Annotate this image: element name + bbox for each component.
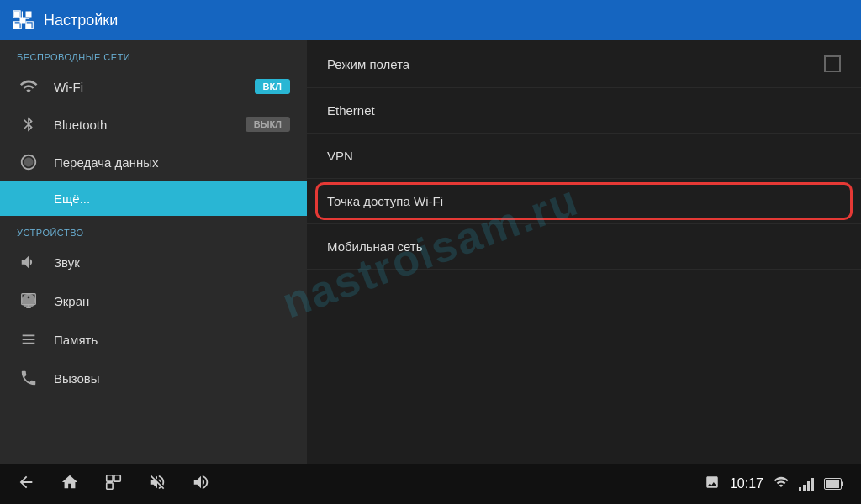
sidebar-item-data[interactable]: Передача данных: [0, 143, 307, 181]
section-header-device: УСТРОЙСТВО: [0, 216, 307, 243]
svg-rect-2: [114, 475, 120, 480]
wifi-label: Wi-Fi: [54, 80, 241, 94]
bottom-bar: 10:17: [0, 464, 861, 504]
flight-mode-label: Режим полета: [327, 57, 824, 71]
content-item-ethernet[interactable]: Ethernet: [307, 88, 861, 134]
sidebar-item-more[interactable]: Ещё...: [0, 181, 307, 216]
settings-icon: [10, 8, 35, 33]
wifi-icon: [17, 77, 40, 96]
mobile-network-label: Мобильная сеть: [327, 239, 841, 254]
memory-label: Память: [54, 333, 290, 347]
wifi-toggle[interactable]: ВКЛ: [255, 79, 290, 94]
bluetooth-icon: [17, 116, 40, 133]
vpn-label: VPN: [327, 149, 841, 163]
ethernet-label: Ethernet: [327, 103, 841, 118]
calls-icon: [17, 369, 40, 387]
volume-button[interactable]: [192, 473, 210, 496]
content-item-wifi-hotspot[interactable]: Точка доступа Wi-Fi: [307, 179, 861, 224]
top-bar: Настройки: [0, 0, 861, 40]
main-layout: БЕСПРОВОДНЫЕ СЕТИ Wi-Fi ВКЛ Bluetooth ВЫ…: [0, 40, 861, 464]
home-button[interactable]: [61, 473, 79, 496]
content-panel: Режим полета Ethernet VPN Точка доступа …: [307, 40, 861, 464]
battery-icon: [824, 478, 844, 490]
status-bar: 10:17: [705, 475, 844, 493]
wifi-status-icon: [774, 475, 789, 493]
svg-rect-3: [107, 482, 113, 488]
svg-rect-1: [107, 475, 113, 480]
nav-buttons: [17, 473, 210, 496]
screen-icon: [17, 291, 40, 310]
section-header-wireless: БЕСПРОВОДНЫЕ СЕТИ: [0, 40, 307, 67]
sound-label: Звук: [54, 255, 290, 270]
signal-icon: [799, 476, 814, 491]
sidebar-item-bluetooth[interactable]: Bluetooth ВЫКЛ: [0, 106, 307, 143]
memory-icon: [17, 330, 40, 349]
wifi-hotspot-label: Точка доступа Wi-Fi: [327, 194, 841, 208]
sidebar: БЕСПРОВОДНЫЕ СЕТИ Wi-Fi ВКЛ Bluetooth ВЫ…: [0, 40, 307, 464]
data-label: Передача данных: [54, 155, 290, 170]
recents-button[interactable]: [104, 473, 123, 496]
sidebar-item-wifi[interactable]: Wi-Fi ВКЛ: [0, 67, 307, 106]
flight-mode-checkbox[interactable]: [824, 55, 841, 72]
volume-mute-button[interactable]: [148, 473, 166, 496]
content-item-vpn[interactable]: VPN: [307, 134, 861, 179]
sidebar-item-memory[interactable]: Память: [0, 320, 307, 359]
bluetooth-label: Bluetooth: [54, 118, 232, 132]
content-item-mobile-network[interactable]: Мобильная сеть: [307, 224, 861, 270]
gallery-icon: [705, 475, 720, 493]
screen-label: Экран: [54, 294, 290, 308]
svg-rect-5: [826, 480, 839, 488]
content-item-flight-mode[interactable]: Режим полета: [307, 40, 861, 88]
sound-icon: [17, 253, 40, 271]
sidebar-item-sound[interactable]: Звук: [0, 243, 307, 281]
data-icon: [17, 153, 40, 171]
time-display: 10:17: [730, 476, 763, 491]
sidebar-item-screen[interactable]: Экран: [0, 281, 307, 320]
more-label: Ещё...: [54, 192, 290, 206]
calls-label: Вызовы: [54, 371, 290, 386]
bluetooth-toggle[interactable]: ВЫКЛ: [246, 117, 290, 132]
page-title: Настройки: [44, 12, 118, 29]
back-button[interactable]: [17, 473, 35, 496]
sidebar-item-calls[interactable]: Вызовы: [0, 359, 307, 397]
